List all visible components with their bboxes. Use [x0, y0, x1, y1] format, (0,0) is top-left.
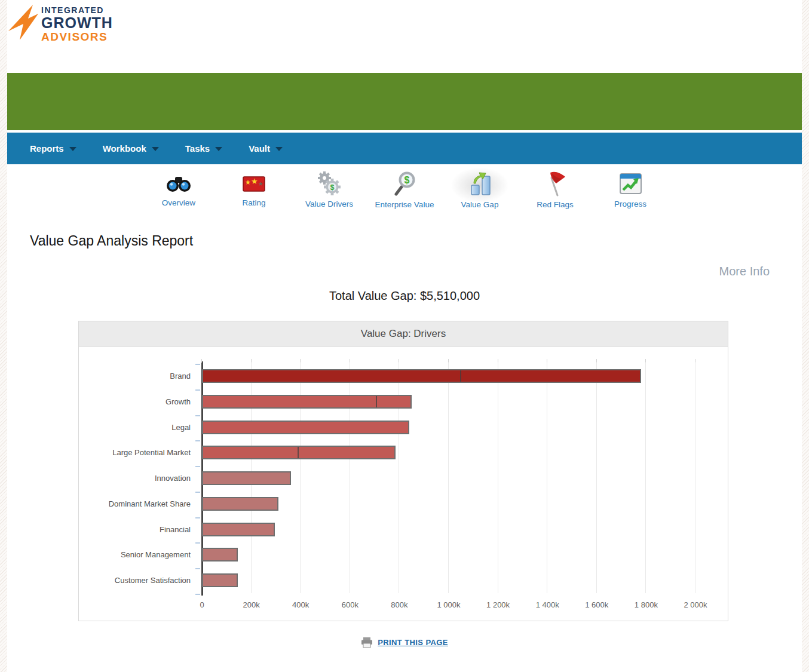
row-tick [195, 517, 200, 518]
bar-label: Legal [171, 421, 191, 434]
row-tick [195, 440, 200, 441]
logo-text-integrated: INTEGRATED [41, 6, 113, 14]
chart-title: Value Gap: Drivers [79, 321, 728, 347]
toolbar-item-red-flags[interactable]: Red Flags [517, 168, 593, 209]
axis-tick [251, 359, 252, 363]
bar [202, 421, 409, 434]
bar [202, 369, 641, 383]
page-edge-pattern-right [802, 0, 809, 672]
red-flag-icon [544, 170, 566, 198]
bar-segment-divider [376, 396, 377, 407]
star-rating-icon: ★ ★ ★ [242, 170, 266, 198]
nav-item-workbook[interactable]: Workbook [103, 143, 159, 154]
toolbar-item-label: Progress [593, 200, 668, 208]
svg-text:$: $ [330, 183, 335, 192]
gridline [498, 363, 498, 593]
bar [202, 497, 278, 511]
toolbar-item-enterprise-value[interactable]: $ Enterprise Value [367, 168, 442, 209]
gridline [695, 363, 695, 593]
bar-label: Customer Satisfaction [115, 573, 191, 587]
toolbar-item-progress[interactable]: Progress [593, 168, 668, 209]
print-link[interactable]: PRINT THIS PAGE [0, 637, 809, 648]
row-tick [195, 364, 200, 365]
row-tick [195, 389, 200, 391]
chevron-down-icon [69, 147, 76, 151]
logo-text-growth: GROWTH [41, 16, 113, 30]
axis-tick [498, 359, 498, 363]
toolbar-item-overview[interactable]: Overview [141, 168, 216, 209]
chevron-down-icon [275, 147, 283, 151]
row-tick [195, 594, 200, 595]
bar-chart-arrow-icon [466, 170, 494, 198]
toolbar-item-label: Value Drivers [292, 200, 367, 208]
nav-item-label: Workbook [103, 143, 146, 154]
nav-item-reports[interactable]: Reports [30, 143, 76, 154]
bar-label: Senior Management [121, 548, 191, 561]
binoculars-icon [166, 170, 191, 198]
progress-chart-icon [618, 170, 643, 198]
axis-tick [695, 359, 695, 363]
report-toolbar: Overview ★ ★ ★ Rating [7, 168, 802, 209]
nav-item-label: Tasks [185, 143, 210, 154]
gridline [448, 363, 449, 593]
bar-segment-divider [460, 370, 461, 382]
bar-segment-divider [298, 447, 299, 458]
logo-text-advisors: ADVISORS [41, 31, 113, 42]
logo-arrow-icon [8, 4, 39, 41]
axis-tick [547, 359, 547, 363]
nav-item-vault[interactable]: Vault [249, 143, 283, 154]
page-title: Value Gap Analysis Report [30, 233, 193, 249]
bar-label: Brand [170, 369, 191, 383]
chevron-down-icon [152, 147, 159, 151]
svg-text:$: $ [405, 175, 410, 185]
main-nav: Reports Workbook Tasks Vault [7, 133, 802, 164]
svg-text:★: ★ [245, 179, 251, 186]
page-edge-pattern-left [0, 0, 7, 672]
toolbar-item-value-gap[interactable]: Value Gap [442, 168, 517, 209]
company-logo: INTEGRATED GROWTH ADVISORS [8, 4, 113, 42]
x-tick-label: 1 800k [622, 600, 670, 609]
gridline [645, 363, 646, 593]
axis-tick [448, 359, 449, 363]
total-value-gap: Total Value Gap: $5,510,000 [0, 289, 809, 303]
bar [202, 471, 291, 485]
axis-tick [201, 359, 202, 363]
toolbar-item-label: Overview [141, 198, 216, 207]
gears-dollar-icon: $ [316, 170, 342, 198]
axis-tick [645, 359, 646, 363]
bar-label: Dominant Market Share [109, 497, 191, 511]
toolbar-item-label: Red Flags [517, 200, 593, 209]
x-tick-label: 1 600k [573, 600, 621, 609]
toolbar-item-label: Enterprise Value [367, 200, 442, 209]
more-info-link[interactable]: More Info [719, 265, 770, 278]
bar [202, 523, 275, 536]
page: INTEGRATED GROWTH ADVISORS Reports Workb… [0, 0, 809, 672]
axis-tick [596, 359, 597, 363]
row-tick [195, 466, 200, 467]
axis-tick [350, 359, 350, 363]
bar-label: Financial [160, 523, 191, 536]
gridline [547, 363, 547, 593]
bar-label: Growth [166, 395, 191, 409]
row-tick [195, 415, 200, 416]
bar-label: Innovation [155, 471, 191, 485]
x-tick-label: 1 000k [425, 600, 473, 609]
bar [202, 446, 396, 459]
axis-tick [300, 359, 301, 363]
x-tick-label: 400k [277, 600, 324, 609]
toolbar-item-label: Value Gap [442, 200, 517, 209]
print-link-label: PRINT THIS PAGE [378, 638, 448, 647]
x-tick-label: 800k [375, 600, 423, 609]
x-tick-label: 1 200k [474, 600, 522, 609]
x-tick-label: 1 400k [523, 600, 571, 609]
nav-item-label: Vault [249, 143, 270, 154]
plot-area: 0200k400k600k800k1 000k1 200k1 400k1 600… [202, 363, 695, 593]
x-tick-label: 600k [326, 600, 374, 609]
x-tick-label: 2 000k [672, 600, 719, 609]
nav-item-tasks[interactable]: Tasks [185, 143, 222, 154]
svg-text:★: ★ [251, 177, 258, 186]
toolbar-item-value-drivers[interactable]: $ Value Drivers [292, 168, 367, 209]
chart-body: 0200k400k600k800k1 000k1 200k1 400k1 600… [79, 347, 728, 621]
chart-panel: Value Gap: Drivers 0200k400k600k800k1 00… [78, 321, 728, 621]
toolbar-item-rating[interactable]: ★ ★ ★ Rating [216, 168, 292, 209]
